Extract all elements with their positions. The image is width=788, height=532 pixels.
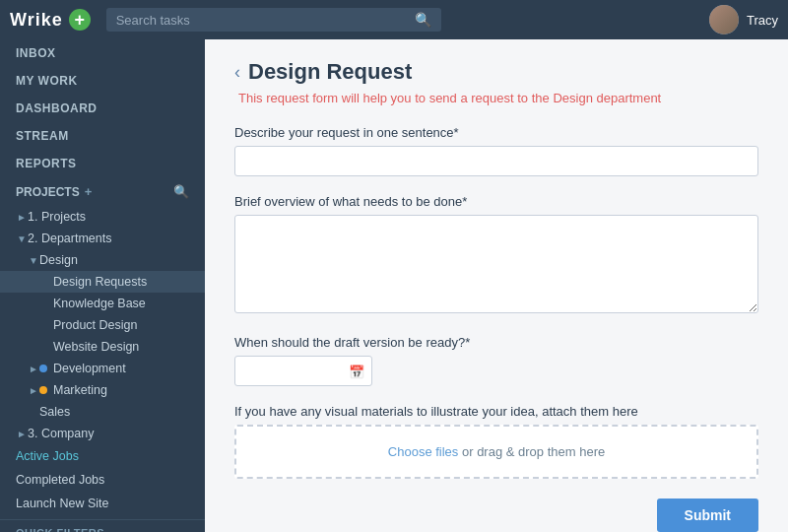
tree-label: Marketing	[53, 383, 107, 397]
add-button[interactable]: +	[69, 9, 91, 31]
attach-area[interactable]: Choose files or drag & drop them here	[234, 425, 758, 479]
tree-label: 2. Departments	[28, 232, 111, 245]
avatar-image	[709, 5, 739, 34]
field4-label: If you have any visual materials to illu…	[234, 404, 758, 419]
projects-add-icon[interactable]: +	[85, 184, 93, 199]
tree-item-design-requests[interactable]: Design Requests	[0, 271, 205, 293]
content-area: ‹ Design Request This request form will …	[205, 39, 788, 532]
field4-section: If you have any visual materials to illu…	[234, 404, 758, 479]
field2-textarea[interactable]	[234, 215, 758, 313]
main-layout: INBOX MY WORK DASHBOARD STREAM REPORTS P…	[0, 39, 788, 532]
field3-label: When should the draft version be ready?*	[234, 335, 758, 350]
logo-text: Wrike	[10, 10, 63, 31]
tree-label: Website Design	[53, 340, 139, 354]
date-input-wrapper: 📅	[234, 356, 372, 386]
sidebar-item-stream[interactable]: STREAM	[0, 122, 205, 150]
active-jobs-label: Active Jobs	[16, 449, 79, 463]
arrow-icon: ▼	[16, 233, 28, 244]
field1-input[interactable]	[234, 146, 758, 176]
search-icon: 🔍	[415, 12, 431, 28]
page-subtitle: This request form will help you to send …	[238, 91, 758, 105]
color-dot	[39, 365, 47, 372]
field1-label: Describe your request in one sentence*	[234, 125, 758, 140]
tree-item-website-design[interactable]: Website Design	[0, 336, 205, 358]
projects-label: PROJECTS	[16, 185, 80, 199]
search-input[interactable]	[116, 13, 415, 28]
page-header: ‹ Design Request	[234, 59, 758, 85]
sidebar-item-active-jobs[interactable]: Active Jobs	[0, 444, 205, 468]
tree-item-design[interactable]: ▼ Design	[0, 249, 205, 271]
choose-files-link[interactable]: Choose files	[388, 444, 459, 459]
sidebar-item-my-work[interactable]: MY WORK	[0, 67, 205, 95]
submit-button[interactable]: Submit	[657, 499, 758, 532]
sidebar-item-completed-jobs[interactable]: Completed Jobs	[0, 468, 205, 492]
sidebar-item-dashboard[interactable]: DASHBOARD	[0, 95, 205, 122]
arrow-icon: ►	[16, 429, 28, 439]
tree-label: Design	[39, 253, 78, 267]
topbar-right: Tracy	[709, 5, 778, 34]
submit-row: Submit	[234, 499, 758, 532]
topbar: Wrike + 🔍 Tracy	[0, 0, 788, 39]
sidebar-item-reports[interactable]: REPORTS	[0, 150, 205, 177]
tree-item-knowledge-base[interactable]: Knowledge Base	[0, 293, 205, 314]
avatar[interactable]	[709, 5, 739, 34]
tree-item-sales[interactable]: Sales	[0, 401, 205, 423]
arrow-icon: ▼	[28, 255, 39, 266]
arrow-icon: ►	[28, 385, 39, 396]
completed-jobs-label: Completed Jobs	[16, 473, 104, 487]
date-input[interactable]	[234, 356, 372, 386]
field3-section: When should the draft version be ready?*…	[234, 335, 758, 386]
tree-item-marketing[interactable]: ► Marketing	[0, 379, 205, 401]
sidebar-item-launch-new-site[interactable]: Launch New Site	[0, 492, 205, 515]
username: Tracy	[747, 13, 778, 28]
color-dot	[39, 386, 47, 394]
tree-label: 3. Company	[28, 427, 94, 440]
tree-item-projects[interactable]: ► 1. Projects	[0, 206, 205, 228]
arrow-icon: ►	[16, 212, 28, 223]
sidebar: INBOX MY WORK DASHBOARD STREAM REPORTS P…	[0, 39, 205, 532]
search-bar[interactable]: 🔍	[106, 8, 441, 32]
tree-label: Product Design	[53, 318, 137, 332]
tree-label: Sales	[39, 405, 70, 419]
sidebar-item-inbox[interactable]: INBOX	[0, 39, 205, 67]
tree-item-departments[interactable]: ▼ 2. Departments	[0, 228, 205, 249]
field1-section: Describe your request in one sentence*	[234, 125, 758, 176]
page-title: Design Request	[248, 59, 412, 85]
logo-area: Wrike +	[10, 9, 91, 31]
tree-label: Knowledge Base	[53, 297, 146, 310]
projects-search-icon[interactable]: 🔍	[173, 184, 189, 199]
tree-label: Development	[53, 362, 126, 375]
quick-filters-label: QUICK FILTERS	[16, 527, 104, 532]
tree-label: Design Requests	[53, 275, 147, 289]
projects-header[interactable]: PROJECTS + 🔍	[0, 177, 205, 206]
arrow-icon: ►	[28, 364, 39, 374]
back-arrow-icon[interactable]: ‹	[234, 62, 240, 83]
tree-label: 1. Projects	[28, 210, 86, 224]
attach-rest-text: or drag & drop them here	[458, 444, 605, 459]
quick-filters-header: QUICK FILTERS	[0, 519, 205, 532]
tree-item-product-design[interactable]: Product Design	[0, 314, 205, 336]
tree-item-development[interactable]: ► Development	[0, 358, 205, 379]
launch-new-site-label: Launch New Site	[16, 497, 109, 510]
field2-section: Brief overview of what needs to be done*	[234, 194, 758, 317]
field2-label: Brief overview of what needs to be done*	[234, 194, 758, 209]
tree-item-company[interactable]: ► 3. Company	[0, 423, 205, 444]
